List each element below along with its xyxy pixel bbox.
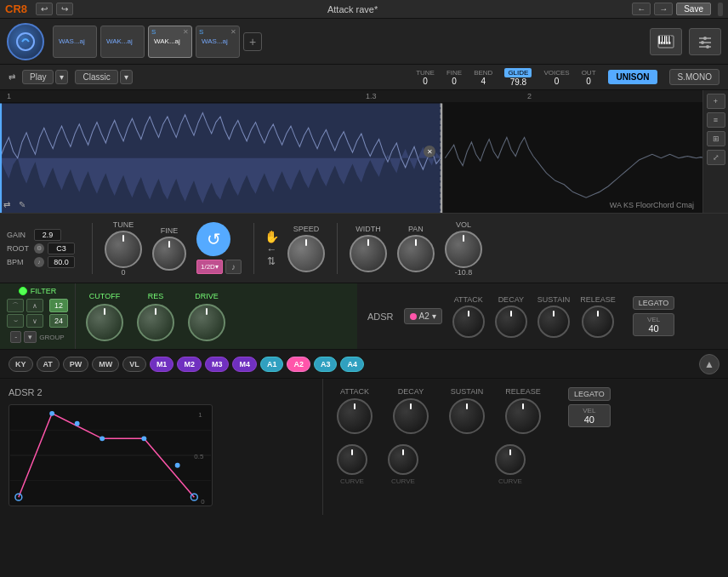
res-knob[interactable] [137,304,174,341]
classic-dropdown-arrow[interactable]: ▾ [120,70,133,84]
hand-icon[interactable]: ✋ [264,230,279,243]
waveform-zoom-in-button[interactable]: + [707,94,725,109]
filter-lowpass-button[interactable]: ⌒ [7,299,24,312]
smono-button[interactable]: S.MONO [669,69,719,85]
adsr2-panel: ADSR 2 1 0.5 0 [0,379,323,515]
mod-mw-button[interactable]: MW [92,357,119,372]
pan-knob[interactable] [397,235,435,272]
vol-knob[interactable] [445,231,482,268]
mod-a3-button[interactable]: A3 [314,357,338,372]
piano-view-button[interactable] [650,28,682,55]
mod-m2-button[interactable]: M2 [177,357,202,372]
swap-icon[interactable]: ⇅ [267,255,276,267]
synth-params-bar: GAIN 2.9 ROOT ⚙ C3 BPM ♪ 80.0 TUNE 0 FIN… [0,214,728,283]
adsr-decay-knob[interactable] [495,306,527,338]
waveform-options-button[interactable]: ≡ [707,112,725,128]
mod-at-button[interactable]: AT [37,357,60,372]
gain-row: GAIN 2.9 [7,229,75,241]
adsr-release-knob[interactable] [582,306,614,338]
adsr2-decay-curve-knob[interactable] [388,444,418,475]
modified-indicator-4: S [199,28,203,36]
play-dropdown-arrow[interactable]: ▾ [55,70,68,84]
adsr2-decay-knob[interactable] [393,398,429,434]
waveform-edit-icon[interactable]: ✎ [19,200,26,209]
waveform-marker-close[interactable]: ✕ [424,146,435,157]
waveform-fullscreen-button[interactable]: ⤢ [707,150,725,165]
close-tab-4-icon[interactable]: ✕ [230,28,236,36]
svg-rect-19 [0,104,2,213]
width-knob[interactable] [350,235,387,272]
width-knob-section: WIDTH [350,225,387,272]
cutoff-knob[interactable] [86,304,123,341]
mod-m4-button[interactable]: M4 [232,357,257,372]
root-label: ROOT [7,244,31,253]
filter-bandpass-button[interactable]: ∧ [26,299,43,312]
waveform-snap-button[interactable]: ⊞ [707,131,725,146]
classic-dropdown-button[interactable]: Classic [75,70,117,84]
adsr-legato-box[interactable]: LEGATO [633,296,675,310]
filter-notch-button[interactable]: ∨ [26,314,43,328]
mod-a1-button[interactable]: A1 [260,357,284,372]
adsr-slot-dropdown[interactable]: A2 ▾ [404,308,442,324]
filter-minus-button[interactable]: - [10,331,21,343]
mod-ky-button[interactable]: KY [9,357,33,372]
mod-a4-button[interactable]: A4 [340,357,364,372]
speed-knob[interactable] [287,235,325,272]
adsr2-decay-label: DECAY [398,387,424,396]
preset-tab-4[interactable]: S ✕ WAS...aj [196,26,240,58]
preset-tab-2[interactable]: WAK...aj [100,26,145,58]
adsr-label: ADSR [367,311,394,322]
note-mode-button[interactable]: ♪ [225,260,242,274]
adsr-attack-group: ATTACK [452,295,485,338]
preset-tab-1[interactable]: WAS...aj [53,26,97,58]
adsr2-attack-knob[interactable] [337,398,373,434]
mod-expand-button[interactable]: ▲ [699,354,719,374]
adsr2-legato-box[interactable]: LEGATO [568,387,611,401]
tune-knob[interactable] [105,231,142,268]
gain-value[interactable]: 2.9 [34,229,61,241]
waveform-area: 1 1.3 2 ✕ WA KS FloorChord Cmaj ⇄ ✎ + ≡ … [0,90,728,214]
adsr2-release-knob[interactable] [505,398,541,434]
arrow-left-icon[interactable]: ← [266,243,276,255]
loop-button[interactable]: ↺ [196,222,230,256]
save-button[interactable]: Save [676,3,711,15]
arrow-left-button[interactable]: ← [632,3,651,15]
mod-pw-button[interactable]: PW [63,357,89,372]
adsr2-attack-curve-knob[interactable] [337,444,367,475]
arrow-right-button[interactable]: → [654,3,673,15]
mod-a2-button[interactable]: A2 [287,357,310,372]
waveform-loop-icon[interactable]: ⇄ [3,200,10,209]
adsr-sustain-knob[interactable] [537,306,570,338]
mod-m1-button[interactable]: M1 [150,357,174,372]
filter-24db-button[interactable]: 24 [49,314,68,328]
fine-knob[interactable] [152,237,186,271]
adsr2-decay-curve-group: CURVE [388,444,418,485]
loop-icon[interactable]: ⇄ [9,72,15,82]
filter-group-dropdown[interactable]: ▾ [24,331,37,343]
svg-point-30 [100,436,105,441]
mod-m3-button[interactable]: M3 [205,357,230,372]
undo-button[interactable]: ↩ [36,3,53,15]
unison-button[interactable]: UNISON [608,70,658,84]
preset-tab-3[interactable]: S ✕ WAK...aj [148,26,192,58]
voices-display: VOICES 0 [543,69,569,86]
svg-rect-2 [658,36,661,44]
adsr2-sustain-knob[interactable] [449,398,485,434]
adsr2-label: ADSR 2 [9,387,213,397]
add-tab-button[interactable]: + [243,32,262,51]
root-value[interactable]: C3 [48,243,75,254]
adsr-attack-knob[interactable] [452,306,485,338]
fine-knob-label: FINE [161,226,179,235]
filter-highpass-button[interactable]: ⌣ [7,314,24,328]
drive-knob[interactable] [188,304,225,341]
half-2d-button[interactable]: 1/2D▾ [196,260,223,274]
filter-12db-button[interactable]: 12 [49,299,68,312]
sliders-view-button[interactable] [689,28,721,55]
adsr2-release-curve-knob[interactable] [495,444,526,475]
adsr-release-group: RELEASE [580,295,616,338]
mod-vl-button[interactable]: VL [122,357,146,372]
play-dropdown-button[interactable]: Play [22,70,54,84]
close-tab-icon[interactable]: ✕ [183,28,189,36]
bpm-value[interactable]: 80.0 [48,256,75,268]
redo-button[interactable]: ↪ [56,3,73,15]
